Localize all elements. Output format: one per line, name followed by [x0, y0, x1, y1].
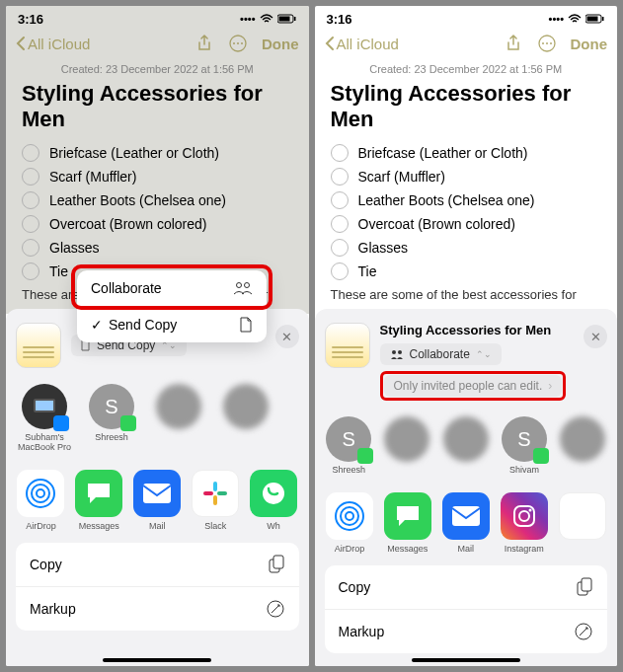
app-messages[interactable]: Messages	[74, 470, 124, 531]
avatar	[443, 416, 489, 462]
checkbox-icon[interactable]	[331, 191, 349, 209]
svg-rect-15	[213, 482, 217, 491]
created-label: Created: 23 December 2022 at 1:56 PM	[6, 59, 309, 79]
action-copy[interactable]: Copy	[325, 565, 608, 610]
check-item[interactable]: Briefcase (Leather or Cloth)	[331, 141, 602, 165]
app-slack[interactable]: Slack	[191, 470, 241, 531]
airdrop-icon	[326, 492, 373, 540]
status-time: 3:16	[18, 12, 43, 27]
svg-rect-24	[587, 17, 598, 22]
home-indicator[interactable]	[412, 658, 520, 662]
app-label: Wh	[267, 521, 280, 531]
status-time: 3:16	[327, 12, 352, 27]
contact-label: Shreesh	[332, 465, 365, 475]
back-button[interactable]: All iCloud	[325, 36, 399, 52]
share-icon[interactable]	[504, 34, 523, 53]
messages-icon	[384, 492, 431, 540]
svg-rect-10	[36, 401, 53, 411]
whatsapp-icon	[250, 470, 297, 517]
checkbox-icon[interactable]	[22, 144, 39, 162]
document-icon	[239, 317, 253, 333]
check-item[interactable]: Tie	[331, 260, 602, 283]
app-mail[interactable]: Mail	[132, 470, 183, 531]
check-item[interactable]: Leather Boots (Chelsea one)	[331, 188, 602, 212]
avatar: S	[502, 416, 547, 462]
collaborate-pill[interactable]: Collaborate ⌃⌄	[380, 343, 502, 365]
share-icon[interactable]	[195, 34, 214, 53]
contact-item[interactable]: SShreesh	[83, 384, 140, 452]
done-button[interactable]: Done	[262, 36, 299, 52]
check-item[interactable]: Overcoat (Brown colored)	[331, 212, 602, 236]
checkbox-icon[interactable]	[22, 262, 39, 280]
actions-list: Copy Markup	[16, 543, 299, 631]
contact-item[interactable]	[150, 384, 207, 452]
app-airdrop[interactable]: AirDrop	[325, 492, 375, 554]
contact-item[interactable]: SShreesh	[325, 416, 373, 475]
check-item[interactable]: Leather Boots (Chelsea one)	[22, 188, 293, 212]
checkbox-icon[interactable]	[331, 239, 349, 257]
home-indicator[interactable]	[103, 658, 211, 662]
contact-item[interactable]	[559, 416, 607, 475]
svg-point-4	[233, 42, 235, 44]
contact-item[interactable]: SShivam	[500, 416, 548, 475]
svg-point-32	[346, 512, 353, 520]
action-markup[interactable]: Markup	[16, 587, 299, 631]
more-icon[interactable]	[537, 34, 557, 53]
status-icons: ••••	[240, 13, 296, 25]
actions-list: Copy Markup	[325, 565, 608, 653]
check-item[interactable]: Scarf (Muffler)	[22, 165, 293, 188]
avatar	[223, 384, 269, 429]
checkbox-icon[interactable]	[22, 191, 39, 209]
checkbox-icon[interactable]	[22, 215, 39, 233]
close-button[interactable]: ✕	[584, 325, 607, 348]
back-button[interactable]: All iCloud	[16, 36, 90, 52]
more-icon[interactable]	[228, 34, 248, 53]
app-more[interactable]	[557, 492, 607, 554]
popover-collaborate[interactable]: Collaborate	[77, 270, 267, 307]
checklist: Briefcase (Leather or Cloth) Scarf (Muff…	[315, 141, 618, 283]
app-whatsapp[interactable]: Wh	[249, 470, 299, 531]
checkbox-icon[interactable]	[331, 215, 349, 233]
checkbox-icon[interactable]	[22, 168, 39, 186]
checkbox-icon[interactable]	[331, 168, 349, 186]
notes-app-icon	[325, 323, 370, 368]
close-button[interactable]: ✕	[275, 325, 299, 348]
back-label: All iCloud	[337, 36, 399, 52]
contact-item[interactable]	[441, 416, 490, 475]
checkbox-icon[interactable]	[331, 262, 349, 280]
avatar	[22, 384, 67, 429]
contacts-row: SShreesh SShivam	[315, 409, 618, 483]
check-item[interactable]: Scarf (Muffler)	[331, 165, 602, 188]
checkbox-icon[interactable]	[331, 144, 349, 162]
svg-rect-2	[294, 17, 296, 21]
nav-bar: All iCloud Done	[315, 28, 618, 59]
back-label: All iCloud	[28, 36, 90, 52]
mail-icon	[442, 492, 490, 540]
contact-item[interactable]: Subham's MacBook Pro	[16, 384, 73, 452]
contacts-row: Subham's MacBook Pro SShreesh	[6, 376, 309, 460]
apps-row: AirDrop Messages Mail Instagram	[315, 483, 618, 561]
check-item[interactable]: Glasses	[331, 236, 602, 260]
checkbox-icon[interactable]	[22, 239, 39, 257]
mail-icon	[133, 470, 181, 517]
app-mail[interactable]: Mail	[440, 492, 491, 554]
action-copy[interactable]: Copy	[16, 543, 299, 587]
action-markup[interactable]: Markup	[325, 610, 608, 653]
contact-item[interactable]	[217, 384, 274, 452]
contact-item[interactable]	[383, 416, 431, 475]
check-item[interactable]: Glasses	[22, 236, 293, 260]
share-mode-popover: Collaborate ✓Send Copy	[77, 270, 267, 342]
app-airdrop[interactable]: AirDrop	[16, 470, 66, 531]
done-button[interactable]: Done	[571, 36, 608, 52]
permission-pill[interactable]: Only invited people can edit. ›	[384, 375, 563, 397]
app-label: Messages	[387, 544, 428, 554]
check-item[interactable]: Overcoat (Brown colored)	[22, 212, 293, 236]
app-messages[interactable]: Messages	[382, 492, 432, 554]
avatar	[560, 416, 605, 462]
check-item[interactable]: Briefcase (Leather or Cloth)	[22, 141, 293, 165]
sheet-title: Styling Accessories for Men	[380, 323, 552, 337]
app-instagram[interactable]: Instagram	[499, 492, 549, 554]
svg-rect-16	[217, 491, 227, 495]
popover-send-copy[interactable]: ✓Send Copy	[77, 307, 267, 342]
svg-point-6	[241, 42, 243, 44]
